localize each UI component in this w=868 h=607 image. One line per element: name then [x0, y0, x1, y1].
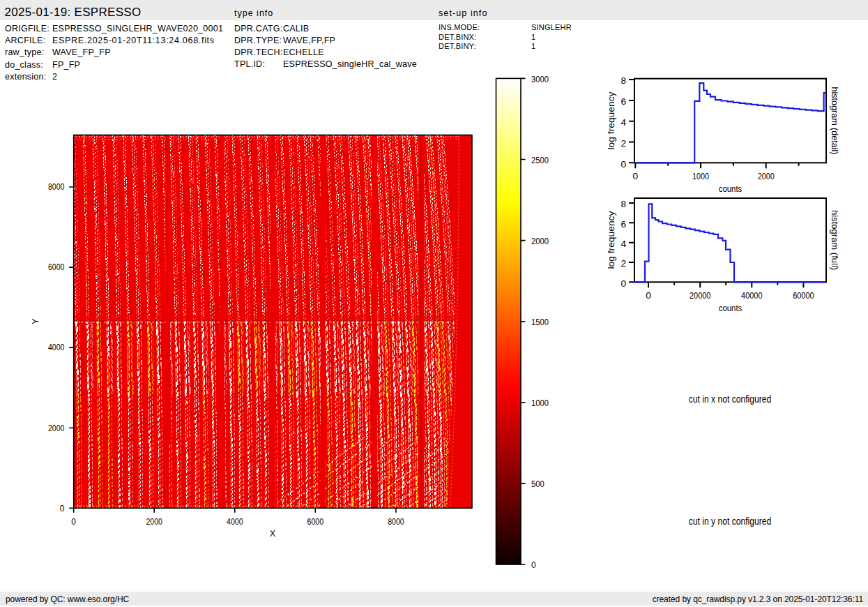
svg-text:0: 0 — [646, 290, 651, 301]
svg-text:0: 0 — [620, 278, 626, 289]
svg-text:4000: 4000 — [48, 343, 65, 352]
svg-text:0: 0 — [632, 171, 638, 181]
svg-text:8000: 8000 — [48, 182, 65, 192]
svg-text:2000: 2000 — [531, 237, 549, 246]
svg-text:X: X — [270, 529, 276, 539]
svg-text:counts: counts — [719, 303, 743, 313]
svg-text:6: 6 — [620, 96, 626, 107]
svg-text:cut in y not configured: cut in y not configured — [689, 516, 772, 527]
svg-text:2000: 2000 — [48, 424, 65, 433]
svg-text:1000: 1000 — [692, 171, 709, 181]
svg-text:4000: 4000 — [227, 517, 243, 527]
svg-text:20000: 20000 — [690, 290, 711, 301]
svg-text:3000: 3000 — [531, 75, 549, 84]
svg-text:Y: Y — [31, 318, 40, 324]
svg-text:2000: 2000 — [758, 171, 775, 181]
svg-text:6000: 6000 — [48, 262, 65, 272]
svg-text:2500: 2500 — [531, 156, 549, 165]
svg-text:1000: 1000 — [531, 398, 549, 408]
svg-text:2: 2 — [620, 138, 626, 149]
svg-text:0: 0 — [531, 560, 536, 570]
svg-text:0: 0 — [620, 159, 626, 170]
svg-text:60000: 60000 — [793, 290, 814, 301]
svg-text:histogram (full): histogram (full) — [830, 210, 840, 270]
svg-text:500: 500 — [531, 479, 545, 489]
svg-text:0: 0 — [71, 517, 76, 527]
svg-text:2000: 2000 — [146, 517, 162, 527]
svg-text:2: 2 — [620, 258, 626, 269]
svg-text:histogram (detail): histogram (detail) — [830, 87, 840, 155]
svg-text:8000: 8000 — [388, 517, 404, 527]
svg-text:4: 4 — [620, 117, 626, 128]
svg-text:6: 6 — [620, 219, 626, 230]
svg-text:8: 8 — [620, 199, 626, 209]
svg-text:counts: counts — [719, 183, 743, 194]
svg-text:6000: 6000 — [307, 517, 324, 527]
svg-text:40000: 40000 — [741, 290, 763, 301]
svg-text:cut in x not configured: cut in x not configured — [689, 394, 772, 405]
svg-text:log frequency: log frequency — [606, 211, 616, 269]
svg-text:4: 4 — [620, 239, 626, 249]
svg-text:0: 0 — [60, 504, 65, 514]
svg-text:8: 8 — [620, 75, 626, 86]
svg-text:1500: 1500 — [531, 317, 549, 327]
svg-text:log frequency: log frequency — [606, 91, 616, 149]
